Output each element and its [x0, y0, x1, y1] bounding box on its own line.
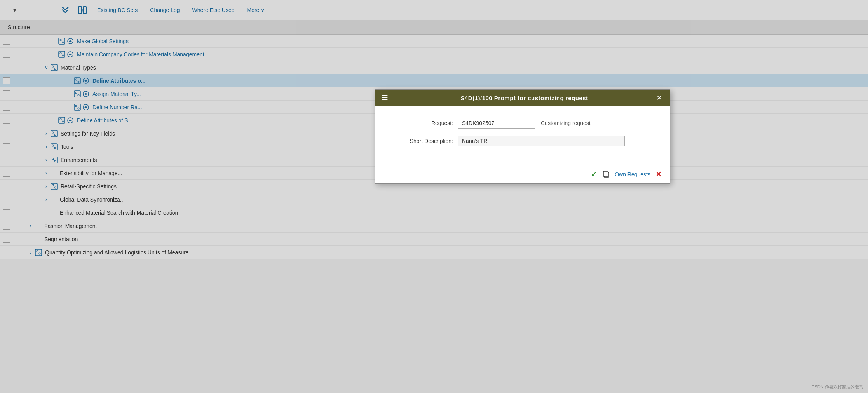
own-requests-button[interactable]: Own Requests: [615, 171, 650, 177]
dialog-close-button[interactable]: ✕: [655, 94, 664, 102]
copy-button[interactable]: [602, 170, 610, 178]
dialog-body: Request: Customizing request Short Descr…: [375, 106, 670, 161]
request-label: Request:: [391, 120, 453, 126]
customizing-request-dialog: ☰ S4D(1)/100 Prompt for customizing requ…: [375, 89, 670, 184]
confirm-button[interactable]: ✓: [591, 169, 598, 179]
dialog-titlebar: ☰ S4D(1)/100 Prompt for customizing requ…: [375, 90, 670, 106]
copy-icon: [602, 170, 610, 178]
short-desc-label: Short Description:: [391, 138, 453, 144]
dialog-footer: ✓ Own Requests ✕: [375, 165, 670, 183]
cancel-button[interactable]: ✕: [655, 169, 662, 179]
dialog-title: S4D(1)/100 Prompt for customizing reques…: [394, 95, 655, 101]
request-note: Customizing request: [541, 120, 591, 126]
svg-rect-46: [603, 171, 608, 176]
short-desc-input[interactable]: [458, 136, 625, 146]
request-field-row: Request: Customizing request: [391, 118, 654, 129]
short-desc-field-row: Short Description:: [391, 136, 654, 146]
request-input[interactable]: [458, 118, 535, 129]
dialog-overlay: ☰ S4D(1)/100 Prompt for customizing requ…: [0, 0, 868, 259]
dialog-menu-icon[interactable]: ☰: [382, 94, 388, 102]
